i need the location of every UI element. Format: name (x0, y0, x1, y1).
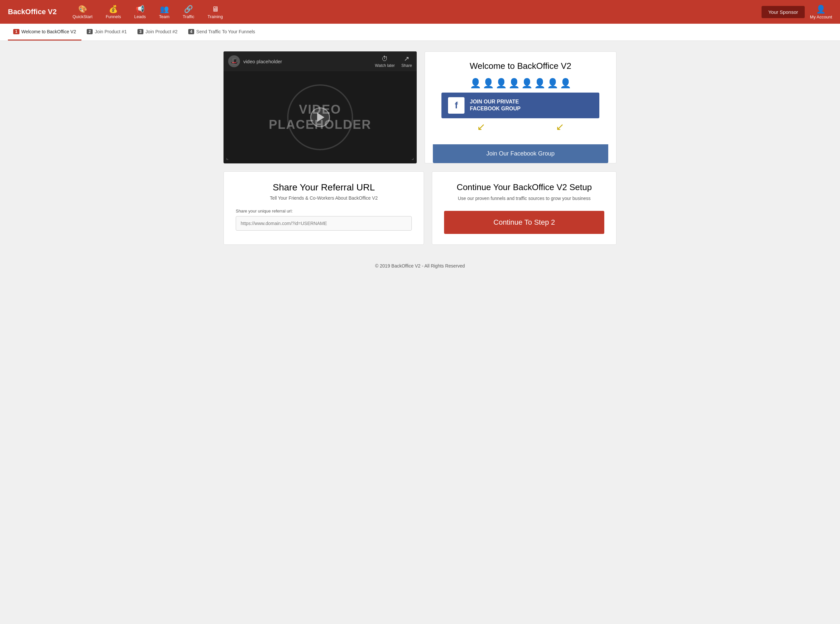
facebook-f-icon: f (448, 97, 464, 114)
referral-input-wrap (236, 216, 412, 231)
steps-bar: 1 Welcome to BackOffice V2 2 Join Produc… (0, 24, 840, 41)
step-4-label: Send Traffic To Your Funnels (196, 29, 255, 34)
silhouette-8: 👤 (560, 78, 571, 89)
nav-team[interactable]: 👥 Team (154, 2, 175, 22)
share-btn[interactable]: ↗ Share (402, 55, 412, 68)
video-avatar: 🎩 (228, 56, 240, 67)
video-panel: 🎩 video placeholder ⏱ Watch later ↗ Shar… (224, 51, 417, 164)
corner-tr-icon: ⌟ (411, 154, 414, 161)
nav-leads-label: Leads (134, 14, 146, 19)
video-body: VIDEO PLACEHOLDER ⌞ ⌟ (224, 71, 417, 164)
footer-text: © 2019 BackOffice V2 - All Rights Reserv… (375, 263, 465, 269)
nav-traffic[interactable]: 🔗 Traffic (177, 2, 200, 22)
referral-url-input[interactable] (241, 221, 407, 226)
referral-input-label: Share your unique referral url: (236, 209, 412, 213)
navbar-right: Your Sponsor 👤 My Account (761, 5, 832, 19)
step-3-label: Join Product #2 (145, 29, 177, 34)
arrow-down-right: ↙ (556, 121, 564, 133)
arrow-down-left: ↙ (477, 121, 485, 133)
step-4-badge: 4 (188, 29, 195, 34)
continue-to-step2-button[interactable]: Continue To Step 2 (444, 211, 604, 234)
play-button[interactable] (310, 107, 330, 127)
step-3-badge: 3 (138, 29, 144, 34)
nav-training-label: Training (208, 14, 223, 19)
video-header: 🎩 video placeholder ⏱ Watch later ↗ Shar… (224, 51, 417, 71)
silhouette-4: 👤 (508, 78, 520, 89)
step-2[interactable]: 2 Join Product #1 (81, 24, 132, 40)
silhouette-2: 👤 (483, 78, 494, 89)
join-facebook-button[interactable]: Join Our Facebook Group (433, 144, 608, 163)
silhouette-5: 👤 (521, 78, 533, 89)
welcome-title: Welcome to BackOffice V2 (470, 61, 571, 71)
footer: © 2019 BackOffice V2 - All Rights Reserv… (0, 255, 840, 276)
nav-funnels[interactable]: 💰 Funnels (101, 2, 126, 22)
silhouette-3: 👤 (495, 78, 507, 89)
silhouette-1: 👤 (470, 78, 481, 89)
main-content: 🎩 video placeholder ⏱ Watch later ↗ Shar… (216, 51, 624, 245)
nav-traffic-label: Traffic (183, 14, 194, 19)
watch-later-label: Watch later (375, 63, 394, 68)
arrows-row: ↙ ↙ (441, 118, 599, 136)
watch-later-btn[interactable]: ⏱ Watch later (375, 55, 394, 68)
nav-team-label: Team (159, 14, 169, 19)
share-label: Share (402, 63, 412, 68)
traffic-icon: 🔗 (184, 5, 193, 14)
nav-training[interactable]: 🖥 Training (203, 2, 228, 22)
video-actions: ⏱ Watch later ↗ Share (375, 55, 412, 68)
share-icon: ↗ (404, 55, 410, 63)
referral-subtitle: Tell Your Friends & Co-Workers About Bac… (236, 195, 412, 201)
account-icon: 👤 (816, 5, 826, 14)
continue-subtitle: Use our proven funnels and traffic sourc… (458, 196, 591, 201)
step-1-badge: 1 (13, 29, 19, 34)
team-icon: 👥 (160, 5, 169, 14)
corner-tl-icon: ⌞ (226, 154, 229, 161)
top-row: 🎩 video placeholder ⏱ Watch later ↗ Shar… (224, 51, 616, 164)
bottom-row: Share Your Referral URL Tell Your Friend… (224, 171, 616, 245)
nav-quickstart-label: QuickStart (73, 14, 93, 19)
my-account-nav[interactable]: 👤 My Account (810, 5, 832, 19)
nav-quickstart[interactable]: 🎨 QuickStart (67, 2, 98, 22)
step-4[interactable]: 4 Send Traffic To Your Funnels (183, 24, 260, 40)
play-triangle-icon (317, 113, 324, 122)
navbar: BackOffice V2 🎨 QuickStart 💰 Funnels 📢 L… (0, 0, 840, 24)
referral-panel: Share Your Referral URL Tell Your Friend… (224, 171, 424, 245)
fb-join-box: f JOIN OUR PRIVATE FACEBOOK GROUP (441, 93, 599, 118)
nav-items: 🎨 QuickStart 💰 Funnels 📢 Leads 👥 Team 🔗 … (67, 2, 761, 22)
training-icon: 🖥 (212, 5, 219, 14)
nav-leads[interactable]: 📢 Leads (129, 2, 151, 22)
referral-title: Share Your Referral URL (236, 182, 412, 193)
quickstart-icon: 🎨 (78, 5, 87, 14)
watch-later-icon: ⏱ (381, 55, 388, 63)
video-title: video placeholder (243, 59, 371, 64)
step-3[interactable]: 3 Join Product #2 (132, 24, 183, 40)
people-silhouettes: 👤 👤 👤 👤 👤 👤 👤 👤 (470, 78, 571, 89)
nav-funnels-label: Funnels (106, 14, 121, 19)
silhouette-7: 👤 (547, 78, 558, 89)
my-account-label: My Account (810, 14, 832, 19)
step-1-label: Welcome to BackOffice V2 (22, 29, 76, 34)
video-corners: ⌞ ⌟ (226, 154, 414, 161)
facebook-group-graphic: 👤 👤 👤 👤 👤 👤 👤 👤 f JOIN OUR PRIVATE FACEB… (433, 78, 608, 136)
continue-panel: Continue Your BackOffice V2 Setup Use ou… (432, 171, 616, 245)
step-1[interactable]: 1 Welcome to BackOffice V2 (8, 24, 81, 40)
leads-icon: 📢 (136, 5, 144, 14)
fb-join-text: JOIN OUR PRIVATE FACEBOOK GROUP (470, 99, 521, 112)
funnels-icon: 💰 (109, 5, 118, 14)
welcome-panel: Welcome to BackOffice V2 👤 👤 👤 👤 👤 👤 👤 👤… (425, 51, 616, 164)
step-2-label: Join Product #1 (94, 29, 127, 34)
sponsor-button[interactable]: Your Sponsor (761, 6, 804, 18)
continue-title: Continue Your BackOffice V2 Setup (456, 182, 592, 192)
step-2-badge: 2 (87, 29, 93, 34)
brand-name: BackOffice V2 (8, 8, 57, 16)
silhouette-6: 👤 (534, 78, 546, 89)
